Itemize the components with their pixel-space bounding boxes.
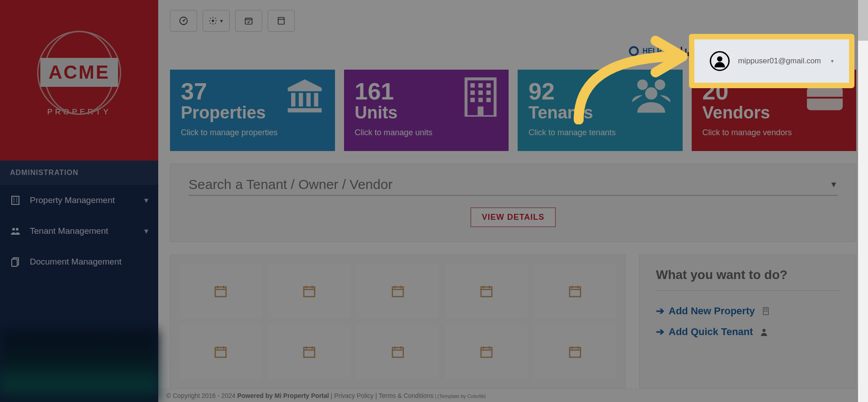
arrow-right-icon: ➔ <box>656 305 664 317</box>
calendar-tile[interactable] <box>179 264 262 318</box>
user-menu-highlight: mippuser01@gmail.com ▾ <box>689 34 854 88</box>
group-icon <box>630 76 673 114</box>
calendar-grid-panel <box>170 255 626 388</box>
user-email: mippuser01@gmail.com <box>738 57 821 66</box>
calculator-button[interactable] <box>268 10 295 32</box>
help-label: HELP <box>642 47 662 55</box>
blurred-region <box>0 330 158 402</box>
quick-actions-panel: What you want to do? ➔ Add New Property … <box>639 255 856 388</box>
user-menu[interactable]: mippuser01@gmail.com ▾ <box>694 39 849 83</box>
footer-privacy-link[interactable]: Privacy Policy <box>334 392 373 399</box>
svg-rect-86 <box>570 348 580 357</box>
sidebar-item-label: Tenant Management <box>30 226 108 236</box>
sidebar-item-property-management[interactable]: Property Management ▾ <box>0 185 158 216</box>
quick-actions-title: What you want to do? <box>656 268 840 282</box>
building-small-icon <box>762 307 769 315</box>
svg-rect-54 <box>304 287 315 297</box>
lifesaver-icon <box>629 46 639 56</box>
svg-rect-36 <box>478 83 483 88</box>
svg-rect-62 <box>481 287 492 297</box>
calendar-tile[interactable] <box>534 264 616 318</box>
svg-rect-90 <box>763 307 768 315</box>
sidebar-item-document-management[interactable]: Document Management <box>0 246 158 277</box>
chevron-down-icon: ▾ <box>144 195 148 205</box>
action-label: Add New Property <box>669 305 755 317</box>
card-units[interactable]: 161 Units Click to manage units <box>344 70 509 151</box>
card-subtitle: Click to manage tenants <box>528 128 672 137</box>
svg-point-7 <box>12 228 15 231</box>
card-subtitle: Click to manage properties <box>181 128 324 137</box>
svg-rect-30 <box>298 93 302 107</box>
person-small-icon <box>760 328 768 336</box>
brand-name: ACME <box>40 58 118 87</box>
calendar-tile[interactable] <box>357 325 439 379</box>
calendar-tile[interactable] <box>268 325 350 379</box>
svg-rect-48 <box>807 87 843 110</box>
svg-rect-44 <box>478 107 484 115</box>
sidebar-section-title: ADMINISTRATION <box>0 161 158 185</box>
building-grid-icon <box>462 76 499 117</box>
settings-dropdown-button[interactable]: ▼ <box>203 10 230 32</box>
sidebar: ACME PROPERTY ADMINISTRATION Property Ma… <box>0 0 158 402</box>
svg-rect-91 <box>764 308 765 309</box>
svg-rect-32 <box>314 93 318 107</box>
svg-rect-41 <box>471 98 475 102</box>
svg-point-96 <box>717 57 723 62</box>
svg-point-95 <box>762 329 765 332</box>
svg-rect-37 <box>486 83 491 88</box>
calendar-tile[interactable] <box>534 325 616 379</box>
calendar-tile[interactable] <box>268 264 350 318</box>
svg-rect-74 <box>304 348 315 357</box>
scrollbar-thumb[interactable] <box>858 0 868 41</box>
svg-rect-31 <box>306 93 310 107</box>
footer-template: | (Template by Colorlib) <box>434 393 486 399</box>
search-input[interactable] <box>189 177 830 192</box>
action-label: Add Quick Tenant <box>669 326 753 338</box>
bottom-row: What you want to do? ➔ Add New Property … <box>170 255 856 388</box>
calendar-tile[interactable] <box>445 264 528 318</box>
brand-logo: ACME PROPERTY <box>0 0 158 161</box>
chevron-down-icon: ▾ <box>144 226 148 236</box>
svg-point-46 <box>655 80 665 90</box>
arrow-right-icon: ➔ <box>656 326 664 338</box>
toolbar: ▼ <box>170 10 856 32</box>
calendar-tile[interactable] <box>179 325 262 379</box>
caret-down-icon: ▼ <box>219 19 224 24</box>
action-add-property[interactable]: ➔ Add New Property <box>656 301 840 322</box>
card-tenants[interactable]: 92 Tenants Click to manage tenants <box>518 70 683 151</box>
svg-rect-43 <box>486 98 491 102</box>
sidebar-item-tenant-management[interactable]: Tenant Management ▾ <box>0 216 158 246</box>
svg-rect-40 <box>486 90 491 95</box>
search-panel: ▼ VIEW DETAILS <box>170 164 856 242</box>
card-properties[interactable]: 37 Properties Click to manage properties <box>170 70 335 151</box>
view-details-button[interactable]: VIEW DETAILS <box>471 208 556 227</box>
calendar-tile[interactable] <box>357 264 439 318</box>
dashboard-button[interactable] <box>170 10 197 32</box>
svg-rect-38 <box>471 90 475 95</box>
action-add-tenant[interactable]: ➔ Add Quick Tenant <box>656 322 840 342</box>
svg-rect-82 <box>481 348 492 357</box>
calendar-tile[interactable] <box>445 325 528 379</box>
help-link[interactable]: HELP <box>629 46 662 56</box>
svg-rect-39 <box>478 90 483 95</box>
svg-rect-10 <box>12 259 17 266</box>
svg-rect-50 <box>215 287 226 297</box>
avatar-icon <box>710 51 730 71</box>
bank-icon <box>284 76 325 117</box>
calendar-check-button[interactable] <box>235 10 262 32</box>
card-subtitle: Click to manage units <box>355 128 498 137</box>
dropdown-caret-icon[interactable]: ▼ <box>830 180 838 189</box>
svg-rect-58 <box>392 287 403 297</box>
svg-rect-78 <box>392 348 403 357</box>
svg-rect-14 <box>245 18 252 24</box>
svg-rect-35 <box>471 83 475 88</box>
footer-sep: | <box>373 392 378 399</box>
footer-terms-link[interactable]: Terms & Conditions <box>378 392 433 399</box>
footer-sep: | <box>329 392 334 399</box>
card-subtitle: Click to manage vendors <box>703 128 846 137</box>
footer: © Copyright 2016 - 2024 Powered by Mi Pr… <box>158 389 868 402</box>
svg-point-12 <box>183 20 184 22</box>
svg-point-47 <box>645 87 657 99</box>
scrollbar-track[interactable] <box>858 0 868 402</box>
building-icon <box>10 195 22 206</box>
